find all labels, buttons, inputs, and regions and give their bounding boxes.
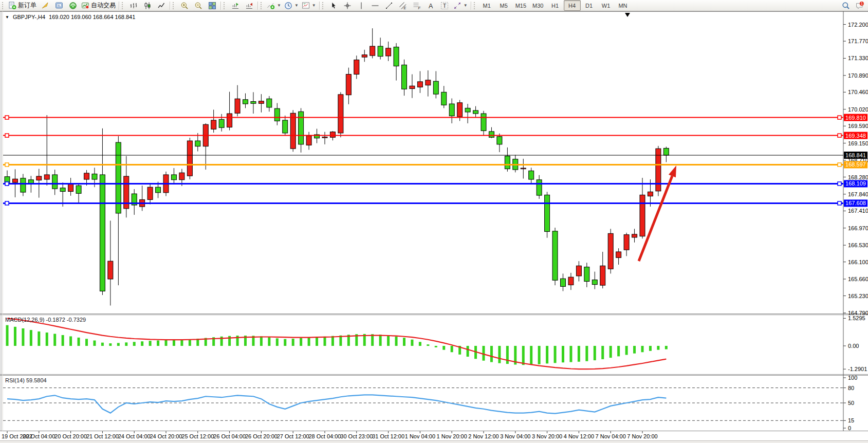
candle (251, 92, 256, 114)
chart-pointer-button[interactable] (38, 0, 52, 11)
candle (354, 56, 359, 79)
macd-histogram-bar (617, 346, 620, 356)
resistance-line-2[interactable] (3, 134, 843, 137)
svg-text:1.5295: 1.5295 (848, 315, 865, 321)
zoom-in-button[interactable] (177, 0, 191, 11)
candle (258, 94, 264, 113)
search-icon (842, 2, 850, 10)
tf-d1-button[interactable]: D1 (581, 0, 598, 11)
macd-histogram-bar (610, 346, 612, 358)
macd-histogram-bar (300, 338, 302, 346)
crosshair-tool-button[interactable] (341, 0, 355, 11)
chevron-down-icon[interactable]: ▼ (277, 4, 281, 8)
signals-button[interactable] (66, 0, 80, 11)
candlestick-chart-button[interactable] (140, 0, 154, 11)
terminal-button[interactable] (52, 0, 66, 11)
svg-text:25 Oct 12:00: 25 Oct 12:00 (181, 433, 214, 439)
svg-text:A: A (429, 2, 433, 9)
tf-m1-button[interactable]: M1 (478, 0, 495, 11)
tf-h1-button[interactable]: H1 (547, 0, 564, 11)
chart-canvas[interactable]: 172.200171.770171.330170.890170.460170.0… (0, 0, 868, 443)
chart-auto-scroll-button[interactable] (242, 0, 256, 11)
candle (76, 183, 81, 204)
crosshair-icon (343, 2, 352, 10)
labelT-icon: T (440, 2, 449, 10)
fibonacci-tool-button[interactable]: F (410, 0, 424, 11)
cursor-tool-button[interactable] (327, 0, 341, 11)
svg-text:166.970: 166.970 (848, 225, 868, 231)
tf-w1-button[interactable]: W1 (598, 0, 615, 11)
text-tool-button[interactable]: A (424, 0, 438, 11)
candle (537, 175, 542, 199)
chevron-down-icon[interactable]: ▼ (464, 4, 468, 8)
svg-text:168.109: 168.109 (845, 180, 866, 187)
svg-text:170.890: 170.890 (848, 72, 868, 79)
macd-histogram-bar (62, 335, 64, 346)
chevron-down-icon[interactable]: ▼ (294, 4, 299, 8)
tf-mn-button[interactable]: MN (615, 0, 632, 11)
toolbar-group-handle[interactable] (224, 2, 227, 9)
notifications-button[interactable]: 1 (853, 0, 866, 11)
add-indicator-button[interactable]: ▼ (265, 0, 283, 11)
macd-histogram-bar (530, 346, 532, 365)
candle (632, 229, 637, 243)
bar-chart-button[interactable] (126, 0, 140, 11)
svg-text:169.150: 169.150 (848, 140, 868, 146)
price-badge: 169.810 (844, 114, 867, 121)
zoom-out-button[interactable] (191, 0, 205, 11)
candle (108, 220, 113, 305)
macd-histogram-bar (379, 335, 382, 346)
chart-shift-end-button[interactable] (228, 0, 242, 11)
bars-icon (130, 2, 138, 10)
vertical-line-tool-button[interactable] (355, 0, 368, 11)
svg-text:21 Oct 12:00: 21 Oct 12:00 (86, 433, 119, 439)
label-tool-button[interactable]: T (438, 0, 452, 11)
svg-text:168.841: 168.841 (845, 152, 866, 158)
macd-histogram-bar (522, 346, 525, 365)
price-badge: 168.109 (844, 180, 867, 187)
candle (592, 272, 597, 289)
resistance-line-1[interactable] (3, 116, 843, 119)
candle (561, 273, 566, 291)
trendline-tool-button[interactable] (382, 0, 396, 11)
macd-histogram-bar (93, 340, 96, 346)
price-badge: 168.841 (844, 152, 867, 159)
arrows-tool-button[interactable]: ▼ (452, 0, 469, 11)
candle (235, 85, 240, 117)
search-button[interactable] (839, 0, 853, 11)
new-order-button[interactable]: 新订单 (7, 0, 38, 11)
chevron-down-icon[interactable]: ▼ (312, 4, 316, 8)
tf-m15-button[interactable]: M15 (512, 0, 529, 11)
macd-histogram-bar (395, 337, 398, 346)
horizontal-line-tool-button[interactable] (368, 0, 382, 11)
pivot-line[interactable] (3, 163, 843, 167)
vline-icon (357, 2, 365, 10)
toolbar-group-handle[interactable] (122, 2, 125, 9)
tf-m30-button[interactable]: M30 (529, 0, 546, 11)
tf-m5-button[interactable]: M5 (495, 0, 512, 11)
svg-text:30 Oct 23:00: 30 Oct 23:00 (340, 433, 373, 439)
svg-text:2 Nov 12:00: 2 Nov 12:00 (468, 433, 498, 439)
candle (513, 155, 518, 172)
toolbar-group-handle[interactable] (173, 2, 176, 9)
periods-button[interactable]: ▼ (283, 0, 300, 11)
toolbar-group-handle[interactable] (2, 2, 5, 9)
channel-tool-button[interactable]: E (396, 0, 410, 11)
tf-h4-button[interactable]: H4 (564, 0, 581, 11)
macd-histogram-bar (578, 346, 580, 362)
toolbar-group-handle[interactable] (261, 2, 264, 9)
macd-histogram-bar (85, 339, 88, 346)
candle (147, 183, 153, 205)
hline-icon (371, 2, 379, 10)
collapse-icon[interactable]: ▼ (5, 15, 9, 20)
templates-button[interactable]: ▼ (300, 0, 318, 11)
auto-trading-button[interactable]: 自动交易 (80, 0, 117, 11)
macd-histogram-bar (442, 346, 445, 350)
candle (545, 192, 550, 237)
candle (338, 92, 343, 137)
toolbar-group-handle[interactable] (322, 2, 325, 9)
toolbar-group-handle[interactable] (474, 2, 477, 9)
tile-windows-button[interactable] (205, 0, 219, 11)
window-bottom-edge (0, 440, 868, 443)
line-chart-button[interactable] (154, 0, 168, 11)
